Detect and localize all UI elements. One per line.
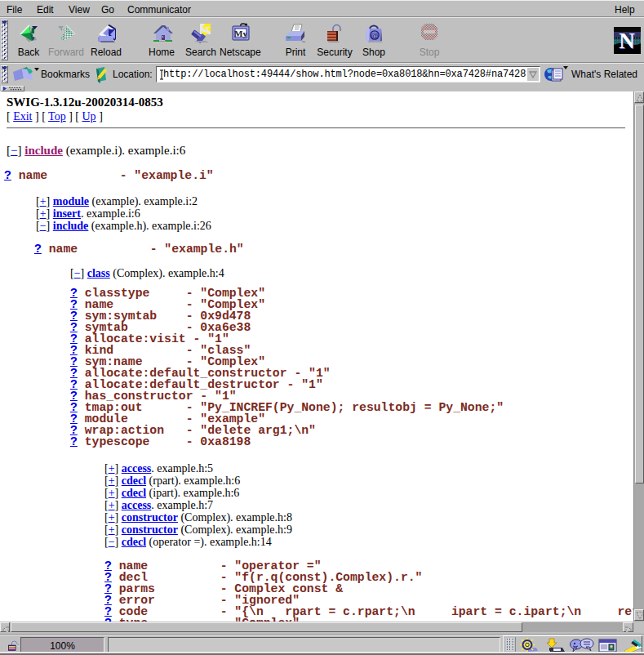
svg-text:My: My (234, 29, 247, 38)
svg-text:@: @ (371, 31, 379, 40)
svg-text:N: N (619, 29, 635, 53)
